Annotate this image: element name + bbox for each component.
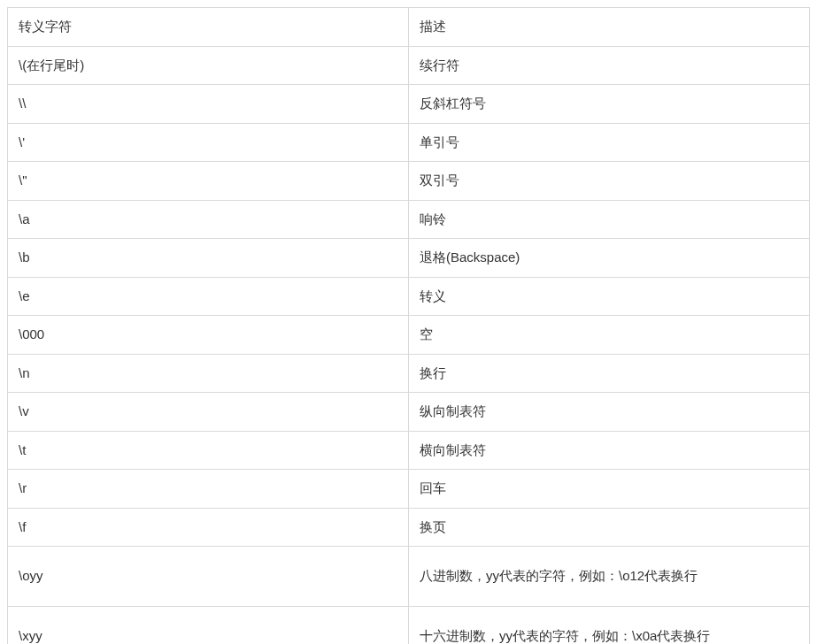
cell-desc: 换页 [409, 508, 810, 547]
cell-desc: 横向制表符 [409, 431, 810, 470]
cell-char: \r [8, 470, 409, 509]
cell-desc: 反斜杠符号 [409, 85, 810, 124]
escape-characters-table: 转义字符 描述 \(在行尾时)续行符\\反斜杠符号\'单引号\"双引号\a响铃\… [7, 7, 810, 644]
table-row: \n换行 [8, 354, 810, 393]
cell-char: \e [8, 277, 409, 316]
cell-desc: 纵向制表符 [409, 393, 810, 432]
cell-char: \" [8, 162, 409, 201]
cell-char: \000 [8, 316, 409, 355]
table-row: \oyy八进制数，yy代表的字符，例如：\o12代表换行 [8, 547, 810, 607]
cell-char: \' [8, 123, 409, 162]
table-body: \(在行尾时)续行符\\反斜杠符号\'单引号\"双引号\a响铃\b退格(Back… [8, 46, 810, 644]
cell-char: \b [8, 239, 409, 278]
cell-char: \xyy [8, 606, 409, 644]
table-row: \(在行尾时)续行符 [8, 46, 810, 85]
cell-char: \(在行尾时) [8, 46, 409, 85]
table-row: \v纵向制表符 [8, 393, 810, 432]
cell-desc: 十六进制数，yy代表的字符，例如：\x0a代表换行 [409, 606, 810, 644]
table-row: \"双引号 [8, 162, 810, 201]
cell-char: \a [8, 200, 409, 239]
cell-char: \f [8, 508, 409, 547]
cell-desc: 空 [409, 316, 810, 355]
table-row: \f换页 [8, 508, 810, 547]
header-char: 转义字符 [8, 8, 409, 47]
cell-desc: 响铃 [409, 200, 810, 239]
table-row: \t横向制表符 [8, 431, 810, 470]
cell-desc: 回车 [409, 470, 810, 509]
cell-desc: 八进制数，yy代表的字符，例如：\o12代表换行 [409, 547, 810, 607]
table-row: \b退格(Backspace) [8, 239, 810, 278]
cell-char: \v [8, 393, 409, 432]
cell-desc: 退格(Backspace) [409, 239, 810, 278]
table-row: \xyy十六进制数，yy代表的字符，例如：\x0a代表换行 [8, 606, 810, 644]
cell-char: \\ [8, 85, 409, 124]
table-row: \\反斜杠符号 [8, 85, 810, 124]
header-desc: 描述 [409, 8, 810, 47]
cell-desc: 续行符 [409, 46, 810, 85]
cell-desc: 转义 [409, 277, 810, 316]
table-row: \a响铃 [8, 200, 810, 239]
cell-desc: 换行 [409, 354, 810, 393]
cell-char: \oyy [8, 547, 409, 607]
cell-char: \t [8, 431, 409, 470]
table-header-row: 转义字符 描述 [8, 8, 810, 47]
table-row: \'单引号 [8, 123, 810, 162]
table-row: \000空 [8, 316, 810, 355]
table-row: \r回车 [8, 470, 810, 509]
cell-desc: 单引号 [409, 123, 810, 162]
cell-desc: 双引号 [409, 162, 810, 201]
table-row: \e转义 [8, 277, 810, 316]
cell-char: \n [8, 354, 409, 393]
